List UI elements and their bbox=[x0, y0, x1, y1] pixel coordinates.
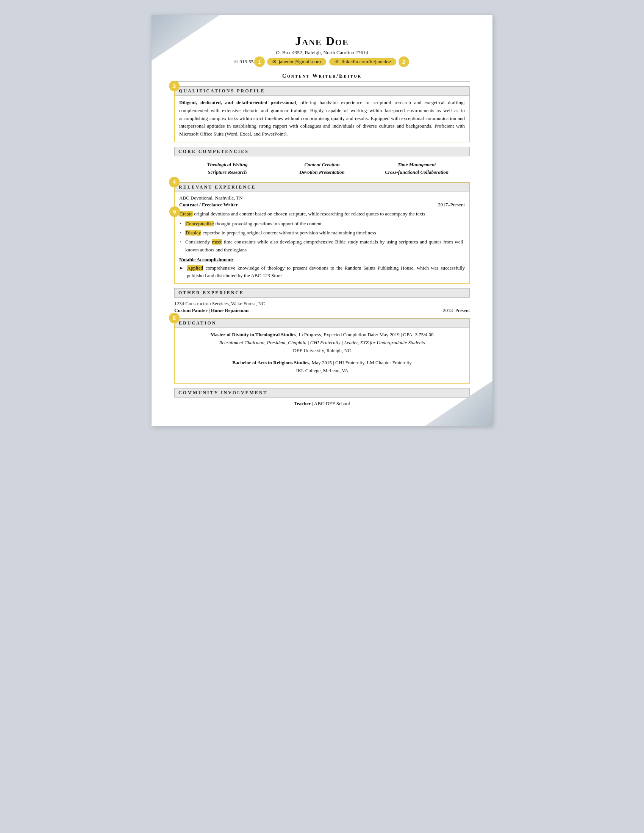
badge-6: 6 bbox=[169, 313, 180, 323]
badge-3: 3 bbox=[169, 80, 180, 91]
edu-entry-2: Bachelor of Arts in Religious Studies, M… bbox=[179, 359, 465, 375]
edu-entry-1: Master of Divinity in Theological Studie… bbox=[179, 331, 465, 354]
badge-4: 4 bbox=[169, 177, 180, 187]
badge-1: 1 bbox=[254, 56, 265, 67]
community-row: Teacher | ABC-DEF School bbox=[174, 400, 470, 407]
highlight-applied: Applied bbox=[187, 265, 203, 271]
other-exp-title: Custom Painter | Home Repairman bbox=[174, 307, 248, 314]
linkedin: linkedin.com/in/janedoe bbox=[341, 59, 391, 65]
exp-company: ABC Devotional, Nashville, TN bbox=[179, 195, 465, 201]
notable-section: Notable Accomplishment: Applied comprehe… bbox=[179, 257, 465, 280]
competencies-header: Core Competencies bbox=[174, 147, 470, 156]
community-org: | ABC-DEF School bbox=[311, 400, 349, 406]
community-header: Community Involvement bbox=[174, 388, 470, 397]
exp-main-bullet: Create original devotions and content ba… bbox=[179, 210, 465, 218]
highlight-create: Create bbox=[179, 211, 193, 217]
email-highlight: ✉ janedoe@gmail.com bbox=[267, 58, 326, 66]
other-exp-section: Other Experience 1234 Construction Servi… bbox=[174, 288, 470, 314]
badge2-wrapper: 2 bbox=[398, 56, 410, 67]
edu-degree-1-bold: Master of Divinity in Theological Studie… bbox=[210, 332, 296, 338]
linkedin-icon: 🖥 bbox=[335, 59, 339, 65]
comp-3: Time Management bbox=[371, 162, 462, 168]
education-header: Education bbox=[175, 318, 469, 328]
name: Jane Doe bbox=[174, 34, 470, 48]
edu-line3-1: DEF University, Raleigh, NC bbox=[179, 347, 465, 355]
competencies-grid: Theological Writing Content Creation Tim… bbox=[174, 159, 470, 178]
education-wrapper: 6 Education Master of Divinity in Theolo… bbox=[174, 318, 470, 384]
highlight-conceptualize: Conceptualize bbox=[185, 221, 214, 227]
comp-6: Cross-functional Collaboration bbox=[371, 169, 462, 175]
job-title: Content Writer/Editor bbox=[174, 71, 470, 81]
other-exp-header: Other Experience bbox=[174, 288, 470, 298]
other-exp-company: 1234 Construction Services, Wake Forest,… bbox=[174, 301, 470, 307]
edu-line2-1: Recruitment Chairman, President, Chaplai… bbox=[179, 339, 465, 347]
community-section: Community Involvement Teacher | ABC-DEF … bbox=[174, 388, 470, 407]
exp-main-rest: original devotions and content based on … bbox=[193, 211, 425, 217]
phone-number: 919.55 bbox=[240, 59, 253, 65]
other-exp-date: 2013–Present bbox=[443, 307, 470, 314]
relevant-exp-header: Relevant Experience bbox=[175, 182, 469, 192]
edu-degree-2-bold: Bachelor of Arts in Religious Studies, bbox=[232, 360, 310, 365]
phone-icon: © bbox=[234, 59, 238, 65]
relevant-exp-content: 5 ABC Devotional, Nashville, TN Contract… bbox=[179, 195, 465, 280]
comp-1: Theological Writing bbox=[182, 162, 273, 168]
linkedin-highlight: 🖥 linkedin.com/in/janedoe bbox=[329, 58, 396, 66]
resume-page: Jane Doe O. Box 4352, Raleigh, North Car… bbox=[151, 15, 493, 426]
address: O. Box 4352, Raleigh, North Carolina 276… bbox=[174, 50, 470, 56]
comp-4: Scripture Research bbox=[182, 169, 273, 175]
exp-bullet-1: Conceptualize thought-provoking question… bbox=[179, 220, 465, 228]
highlight-display: Display bbox=[185, 230, 201, 235]
contact-row: © 919.55 1 ✉ janedoe@gmail.com 🖥 linkedi… bbox=[174, 56, 470, 67]
badge1-wrapper: 1 bbox=[253, 56, 266, 67]
qualifications-header: Qualifications Profile bbox=[175, 86, 469, 96]
comp-2: Content Creation bbox=[277, 162, 367, 168]
qualifications-section: 3 Qualifications Profile Diligent, dedic… bbox=[174, 86, 470, 142]
community-role: Teacher bbox=[294, 400, 311, 406]
badge-2: 2 bbox=[399, 56, 409, 67]
notable-title: Notable Accomplishment: bbox=[179, 257, 465, 263]
highlight-meet: meet bbox=[212, 239, 222, 244]
notable-bullet-1: Applied comprehensive knowledge of theol… bbox=[179, 264, 465, 280]
exp-bullet-3: Consistently meet time constraints while… bbox=[179, 238, 465, 253]
phone-section: © 919.55 bbox=[234, 59, 253, 65]
exp-title: Contract / Freelance Writer bbox=[179, 202, 238, 208]
edu-degree-1: Master of Divinity in Theological Studie… bbox=[179, 331, 465, 339]
notable-bullets-list: Applied comprehensive knowledge of theol… bbox=[179, 264, 465, 280]
edu-degree-2-rest: May 2015 | GHI Fraternity, LM Chapter Fr… bbox=[311, 360, 412, 365]
email-icon: ✉ bbox=[272, 59, 276, 65]
comp-5: Devotion Presentation bbox=[277, 169, 367, 175]
exp-date: 2017–Present bbox=[438, 202, 465, 208]
relevant-exp-wrapper: 4 Relevant Experience 5 ABC Devotional, … bbox=[174, 182, 470, 284]
competencies-section: Core Competencies Theological Writing Co… bbox=[174, 147, 470, 178]
exp-bullet-2: Display expertise in preparing original … bbox=[179, 229, 465, 236]
exp-title-row: Contract / Freelance Writer 2017–Present bbox=[179, 202, 465, 208]
exp-bullets-list: Conceptualize thought-provoking question… bbox=[179, 220, 465, 254]
qual-bold: Diligent, dedicated, and detail-oriented… bbox=[179, 100, 296, 105]
email: janedoe@gmail.com bbox=[279, 59, 321, 65]
header: Jane Doe O. Box 4352, Raleigh, North Car… bbox=[174, 34, 470, 67]
education-outlined: Education Master of Divinity in Theologi… bbox=[174, 318, 470, 384]
qualifications-text: Diligent, dedicated, and detail-oriented… bbox=[179, 99, 465, 138]
other-exp-title-row: Custom Painter | Home Repairman 2013–Pre… bbox=[174, 307, 470, 314]
relevant-exp-outlined: Relevant Experience 5 ABC Devotional, Na… bbox=[174, 182, 470, 284]
qualifications-outlined: Qualifications Profile Diligent, dedicat… bbox=[174, 86, 470, 142]
badge-5: 5 bbox=[169, 206, 180, 217]
edu-degree-2: Bachelor of Arts in Religious Studies, M… bbox=[179, 359, 465, 367]
edu-degree-1-rest: , In Progress, Expected Completion Date:… bbox=[296, 332, 433, 338]
edu-line2-2: JKL College, McLean, VA bbox=[179, 367, 465, 375]
